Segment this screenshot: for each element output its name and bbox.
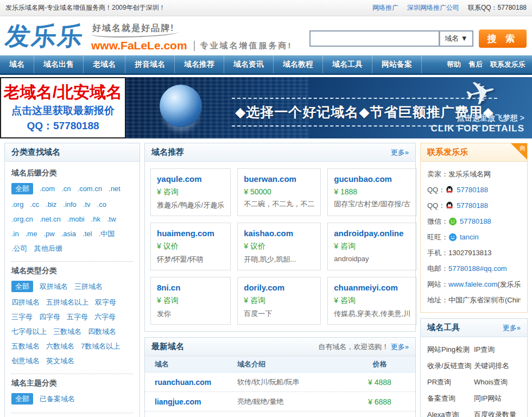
tool-link[interactable]: Whois查询 xyxy=(474,374,521,390)
latest-more-link[interactable]: 更多» xyxy=(391,343,409,351)
category-chip[interactable]: .cn xyxy=(61,184,71,193)
nav-item-域名推荐[interactable]: 域名推荐 xyxy=(175,55,224,73)
category-chip[interactable]: .cc xyxy=(30,200,39,209)
nav-item-拼音域名[interactable]: 拼音域名 xyxy=(125,55,175,73)
category-chip[interactable]: .pw xyxy=(43,229,54,238)
category-chip[interactable]: 全部 xyxy=(11,183,33,194)
category-chip[interactable]: .info xyxy=(63,200,77,209)
tool-link[interactable]: 同IP网站 xyxy=(474,390,521,407)
category-chip[interactable]: 五拼域名以上 xyxy=(46,298,88,307)
category-chip[interactable]: .mobi xyxy=(67,214,85,224)
link-shenzhen-promo[interactable]: 深圳网络推广公司 xyxy=(407,3,459,12)
search-button[interactable]: 搜 索 xyxy=(479,29,527,48)
nav-item-网站备案[interactable]: 网站备案 xyxy=(372,55,422,73)
category-chip[interactable]: .hk xyxy=(91,214,100,224)
category-chip[interactable]: 全部 xyxy=(11,393,33,405)
contact-value-link[interactable]: 57780188#qq.com xyxy=(448,264,507,273)
domain-card[interactable]: yaqule.com¥ 咨询雅趣乐/鸭趣乐/牙趣乐 xyxy=(150,168,231,216)
category-chip[interactable]: 双拼域名 xyxy=(40,282,68,291)
category-chip[interactable]: 双字母 xyxy=(95,298,116,307)
category-chip[interactable]: 五数域名 xyxy=(11,342,40,351)
tool-link[interactable]: 收录/反链查询 xyxy=(427,358,474,374)
category-chip[interactable]: .tel xyxy=(83,229,92,238)
contact-value-link[interactable]: tancin xyxy=(460,233,479,241)
category-chip[interactable]: 已备案域名 xyxy=(40,394,75,403)
tool-link[interactable]: 网站Ping检测 xyxy=(427,342,474,358)
domain-card[interactable]: gucunbao.com¥ 1888固存宝/古村堡/固存报/古 xyxy=(327,168,417,216)
banner-cta-text[interactable]: 点击这里放飞梦想 > xyxy=(431,113,524,123)
contact-value-link[interactable]: 57780188 xyxy=(460,217,491,225)
category-chip[interactable]: .me xyxy=(26,229,37,238)
category-chip[interactable]: .公司 xyxy=(11,244,28,253)
nav-right-item-售后[interactable]: 售后 xyxy=(468,60,483,70)
category-chip[interactable]: 六字母 xyxy=(94,312,116,321)
domain-card[interactable]: kaishao.com¥ 议价开哨,凯少,凯韶... xyxy=(237,223,321,270)
domain-card-name[interactable]: chuanmeiyi.com xyxy=(334,283,410,292)
banner-left-ad[interactable]: 老域名/北安域名 点击这里获取最新报价 QQ：57780188 xyxy=(0,77,126,138)
domain-card[interactable]: chuanmeiyi.com¥ 咨询传媒易,穿美衣,传美意,川 xyxy=(327,277,417,325)
nav-item-域名出售[interactable]: 域名出售 xyxy=(34,55,84,73)
tool-link[interactable]: 关键词排名 xyxy=(474,358,521,374)
tools-more-link[interactable]: 更多» xyxy=(503,323,521,333)
category-chip[interactable]: 三数域名 xyxy=(53,327,81,336)
contact-value-link[interactable]: 57780188 xyxy=(457,186,488,194)
logo[interactable]: 发乐乐 好域名就是好品牌! www.FaLeLe.com 专业域名增值服务商! xyxy=(5,18,293,55)
nav-item-域名资讯[interactable]: 域名资讯 xyxy=(224,55,274,73)
category-chip[interactable]: .asia xyxy=(61,229,76,238)
category-chip[interactable]: 全部 xyxy=(11,281,33,292)
nav-item-域名工具[interactable]: 域名工具 xyxy=(323,55,372,73)
latest-domain-link[interactable]: liangjue.com xyxy=(155,397,201,406)
category-chip[interactable]: 四字母 xyxy=(39,312,60,321)
category-chip[interactable]: 英文域名 xyxy=(46,356,74,365)
category-chip[interactable]: .com xyxy=(40,184,55,193)
banner-main-ad[interactable]: ◆选择一个好记域名◆节省巨额推广费用◆ ✈ 点击这里放飞梦想 > CLIK FO… xyxy=(126,77,532,138)
domain-card-name[interactable]: yaqule.com xyxy=(157,174,224,184)
domain-card[interactable]: dorily.com¥ 咨询百度一下 xyxy=(237,277,321,325)
category-chip[interactable]: 三字母 xyxy=(11,312,33,321)
category-chip[interactable]: .org xyxy=(11,200,23,209)
category-chip[interactable]: .org.cn xyxy=(11,214,33,224)
domain-card-name[interactable]: gucunbao.com xyxy=(334,174,410,184)
category-chip[interactable]: 四数域名 xyxy=(88,327,116,336)
contact-value-link[interactable]: www.falele.com xyxy=(448,280,497,288)
search-input[interactable] xyxy=(309,30,440,47)
nav-right-item-帮助[interactable]: 帮助 xyxy=(447,60,461,70)
category-chip[interactable]: .tw xyxy=(107,214,116,224)
category-chip[interactable]: 七字母以上 xyxy=(11,327,47,336)
link-network-promo[interactable]: 网络推广 xyxy=(372,3,398,12)
tool-link[interactable]: IP查询 xyxy=(474,342,521,358)
tool-link[interactable]: Alexa查询 xyxy=(427,407,474,417)
category-chip[interactable]: .biz xyxy=(46,200,56,209)
latest-domain-link[interactable]: ruanchuan.com xyxy=(155,378,211,387)
search-category-select[interactable]: 域名 ▼ xyxy=(440,30,473,47)
domain-card[interactable]: 8ni.cn¥ 咨询发你 xyxy=(150,277,231,325)
category-chip[interactable]: 四拼域名 xyxy=(11,298,40,307)
domain-card[interactable]: huaimeng.com¥ 议价怀梦/怀盟/怀萌 xyxy=(150,223,231,270)
nav-item-域名[interactable]: 域名 xyxy=(0,55,34,73)
domain-card-name[interactable]: androidpay.online xyxy=(334,229,410,238)
category-chip[interactable]: 六数域名 xyxy=(46,342,74,351)
tool-link[interactable]: PR查询 xyxy=(427,374,474,390)
nav-right-item-联系发乐乐[interactable]: 联系发乐乐 xyxy=(490,60,525,70)
category-chip[interactable]: .co xyxy=(97,200,106,209)
tool-link[interactable]: 备案查询 xyxy=(427,390,474,407)
domain-card-name[interactable]: kaishao.com xyxy=(244,229,314,238)
tool-link[interactable]: 百度收录数量 xyxy=(474,407,521,417)
nav-item-老域名[interactable]: 老域名 xyxy=(84,55,125,73)
domain-card-name[interactable]: dorily.com xyxy=(244,283,314,292)
category-chip[interactable]: .tv xyxy=(83,200,91,209)
contact-value-link[interactable]: 57780188 xyxy=(457,201,488,210)
category-chip[interactable]: 其他后缀 xyxy=(34,244,62,253)
category-chip[interactable]: .in xyxy=(11,229,19,238)
domain-card[interactable]: buerwan.com¥ 50000不二碗，不二丸，不二 xyxy=(237,168,321,216)
category-chip[interactable]: .中国 xyxy=(98,229,115,238)
category-chip[interactable]: .net.cn xyxy=(40,214,61,224)
category-chip[interactable]: .net xyxy=(109,184,121,193)
nav-item-域名教程[interactable]: 域名教程 xyxy=(274,55,323,73)
domain-card[interactable]: androidpay.online¥ 咨询androidpay xyxy=(327,223,417,270)
category-chip[interactable]: 三拼域名 xyxy=(74,282,103,291)
domain-card-name[interactable]: 8ni.cn xyxy=(157,283,224,292)
logo-text[interactable]: 发乐乐 xyxy=(4,18,86,53)
category-chip[interactable]: .com.cn xyxy=(78,184,103,193)
category-chip[interactable]: 创意域名 xyxy=(11,356,40,365)
